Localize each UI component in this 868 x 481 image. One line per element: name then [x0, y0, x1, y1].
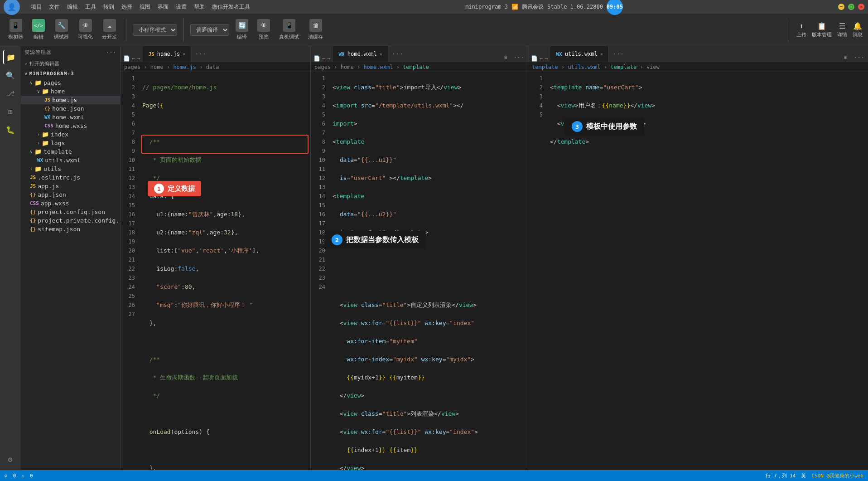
sidebar-item-app-json[interactable]: {} app.json [21, 190, 120, 199]
panel1-tab-more[interactable]: ··· [191, 50, 210, 58]
panel3-tab-more[interactable]: ··· [609, 50, 627, 58]
menu-item-help[interactable]: 帮助 [194, 3, 205, 11]
panel1-code-editor[interactable]: 12345 678910 1112131415 1617181920 21222… [121, 72, 310, 470]
menu-item-select[interactable]: 选择 [121, 3, 132, 11]
upload-button[interactable]: ⬆ 上传 [796, 22, 806, 38]
minimize-button[interactable]: ─ [838, 4, 844, 10]
sidebar-item-pages[interactable]: ∨ 📁 pages [21, 78, 120, 87]
debug-icon[interactable]: 🐛 [3, 122, 18, 137]
panel2-split-icon[interactable]: ⊞ [502, 53, 509, 62]
explorer-icon[interactable]: 📁 [3, 50, 18, 64]
sidebar-item-home-js[interactable]: JS home.js [21, 96, 120, 104]
panel2-explorer-icon: 📄 [313, 55, 320, 62]
menu-item-interface[interactable]: 界面 [158, 3, 169, 11]
messages-button[interactable]: 🔔 消息 [853, 22, 863, 38]
panel3-breadcrumb: template › utils.wxml › template › view [528, 62, 868, 72]
toolbar-cloud[interactable]: ☁ 云开发 [99, 19, 120, 40]
visual-icon: 👁 [79, 19, 92, 32]
menu-item-view[interactable]: 视图 [140, 3, 150, 11]
panel2-line-numbers: 12345 678910 1112131415 1617181920 21222… [311, 72, 329, 470]
details-button[interactable]: ☰ 详情 [837, 22, 847, 38]
panel3-forward-icon[interactable]: → [545, 55, 548, 62]
toolbar-editor[interactable]: </> 编辑 [29, 19, 48, 40]
sidebar-item-home[interactable]: ∨ 📁 home [21, 87, 120, 96]
menu-item-project[interactable]: 项目 [31, 3, 42, 11]
panel2-tab-bar: 📄 ← → WX home.wxml × ··· ⊞ ··· [311, 46, 528, 62]
tab-utils-wxml-close[interactable]: × [600, 52, 603, 57]
toolbar-preview[interactable]: 👁 预览 [255, 19, 273, 40]
sidebar-item-home-wxml[interactable]: WX home.wxml [21, 113, 120, 121]
project-private-icon: {} [30, 218, 36, 223]
panel3-breadcrumb-file: utils.wxml [568, 64, 600, 70]
panel2-more-icon[interactable]: ··· [512, 53, 526, 62]
panel2-back-icon[interactable]: ← [322, 55, 325, 62]
tab-home-js[interactable]: JS home.js × [143, 46, 191, 62]
panel3-split-icon[interactable]: ⊞ [842, 53, 849, 62]
details-label: 详情 [837, 31, 847, 38]
open-editors-section[interactable]: › 打开的编辑器 [21, 58, 120, 69]
sidebar-item-utils-wxml[interactable]: WX utils.wxml [21, 156, 120, 165]
home-js-label: home.js [52, 97, 77, 103]
tab-utils-wxml[interactable]: WX utils.wxml × [550, 46, 609, 62]
menu-item-tools[interactable]: 工具 [85, 3, 96, 11]
compile-select[interactable]: 普通编译 [190, 24, 229, 36]
menu-item-wx-devtool[interactable]: 微信开发者工具 [212, 3, 250, 11]
tab-home-wxml-close[interactable]: × [380, 52, 382, 57]
sidebar-item-eslint[interactable]: JS .eslintrc.js [21, 173, 120, 182]
sidebar-item-logs[interactable]: › 📁 logs [21, 139, 120, 147]
menu-item-edit[interactable]: 编辑 [67, 3, 78, 11]
sidebar-item-project-config[interactable]: {} project.config.json [21, 208, 120, 216]
title-bar-right[interactable]: ─ □ ✕ [838, 4, 864, 10]
encoding-label: 英 [801, 472, 806, 479]
toolbar-visual[interactable]: 👁 可视化 [75, 19, 96, 40]
panel2-code-content[interactable]: <view class="title">import导入</view> <imp… [329, 72, 528, 470]
panel3-back-icon[interactable]: ← [540, 55, 543, 62]
panel3-code-editor[interactable]: 12345 <template name="userCart"> <view>用… [528, 72, 868, 470]
panel1-nav-icons[interactable]: 📄 ← → [121, 55, 143, 62]
tab-home-wxml[interactable]: WX home.wxml × [333, 46, 388, 62]
project-section[interactable]: ∨ MINIPROGRAM-3 [21, 69, 120, 78]
panel2-tab-more[interactable]: ··· [388, 50, 407, 58]
panel2-forward-icon[interactable]: → [327, 55, 330, 62]
sidebar-more-icon[interactable]: ··· [106, 49, 116, 55]
sidebar-item-home-json[interactable]: {} home.json [21, 104, 120, 113]
extensions-icon[interactable]: ⊞ [3, 104, 18, 119]
toolbar-divider-2 [183, 19, 184, 41]
sidebar-item-index[interactable]: › 📁 index [21, 130, 120, 139]
sidebar-item-home-wxss[interactable]: CSS home.wxss [21, 121, 120, 130]
toolbar-simulator[interactable]: 📱 模拟器 [5, 19, 26, 40]
panel1-forward-icon[interactable]: → [137, 55, 140, 62]
panel3-nav-icons[interactable]: 📄 ← → [528, 55, 550, 62]
sidebar-item-app-wxss[interactable]: CSS app.wxss [21, 199, 120, 208]
toolbar-clear-cache[interactable]: 🗑 清缓存 [305, 19, 326, 40]
panel1-back-icon[interactable]: ← [132, 55, 135, 62]
sidebar-item-template[interactable]: ∨ 📁 template [21, 147, 120, 156]
menu-item-settings[interactable]: 设置 [176, 3, 187, 11]
sidebar-item-utils[interactable]: › 📁 utils [21, 165, 120, 173]
sidebar-item-project-private[interactable]: {} project.private.config.json [21, 216, 120, 225]
tab-home-js-close[interactable]: × [183, 52, 185, 57]
mode-select[interactable]: 小程序模式 [133, 24, 177, 36]
close-button[interactable]: ✕ [858, 4, 864, 10]
toolbar-device-debug[interactable]: 📱 真机调试 [276, 19, 302, 40]
panel2-code-editor[interactable]: 12345 678910 1112131415 1617181920 21222… [311, 72, 528, 470]
sidebar-item-sitemap[interactable]: {} sitemap.json [21, 225, 120, 233]
git-icon[interactable]: ⎇ [3, 86, 18, 101]
menu-item-goto[interactable]: 转到 [103, 3, 114, 11]
settings-sidebar-icon[interactable]: ⚙ [3, 452, 18, 466]
version-manage-button[interactable]: 📋 版本管理 [812, 22, 832, 38]
toolbar-debugger[interactable]: 🔧 调试器 [51, 19, 72, 40]
maximize-button[interactable]: □ [848, 4, 854, 10]
sitemap-icon: {} [30, 226, 36, 232]
panel1-code-content[interactable]: // pages/home/home.js Page({ /** * 页面的初始… [139, 72, 310, 470]
search-sidebar-icon[interactable]: 🔍 [3, 68, 18, 83]
upload-icon: ⬆ [799, 22, 804, 30]
version-manage-icon: 📋 [817, 22, 826, 30]
toolbar-compile[interactable]: 🔄 编译 [233, 19, 251, 40]
panel1-breadcrumb: pages › home › home.js › data [121, 62, 310, 72]
panel3-tab-bar: 📄 ← → WX utils.wxml × ··· ⊞ ··· [528, 46, 868, 62]
sidebar-item-app-js[interactable]: JS app.js [21, 182, 120, 190]
panel2-nav-icons[interactable]: 📄 ← → [311, 55, 333, 62]
menu-item-file[interactable]: 文件 [49, 3, 60, 11]
panel3-more-icon[interactable]: ··· [852, 53, 866, 62]
